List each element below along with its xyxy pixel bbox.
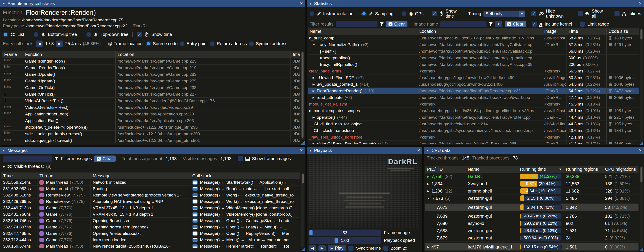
table-row[interactable]: __GI__clock_nanosleep /usr/src/debug/gli… (308, 127, 639, 134)
table-row[interactable]: ▶ uw_update_context_1 (+14) /usr/src/deb… (308, 81, 639, 88)
limit-range-checkbox[interactable] (580, 21, 585, 27)
table-row[interactable]: __GI_dl_find_dso_for_object /usr/src/deb… (308, 121, 639, 127)
table-row[interactable]: 382,574,807ns Game(7,776) Opening /fores… (1, 224, 300, 230)
function-cell[interactable]: std::__uniq_ptr_impl<>::reset() (23, 131, 116, 137)
return-address-label[interactable]: Return address (217, 41, 247, 46)
table-row[interactable]: ▶ 1,834 Xwayland 9.57 s (39.44%) 12,553 … (425, 180, 638, 188)
close-icon[interactable]: × (417, 148, 420, 153)
pid-cell[interactable]: 7,680 (425, 220, 466, 227)
top-down-tree-label[interactable]: Top-down tree (100, 32, 128, 37)
table-row[interactable]: inline std::unique_ptr<>::reset() /usr/i… (2, 137, 300, 144)
function-cell[interactable]: std::unique_ptr<>::reset() (23, 137, 116, 144)
callstack-icon[interactable] (192, 244, 198, 248)
expand-icon[interactable]: ▶ (427, 175, 429, 178)
col-cpu-migrations[interactable]: CPU migrations (603, 166, 638, 173)
callstack-cell[interactable]: Message() ← VideoMemory() [clone .constp… (190, 211, 300, 218)
limit-range-label[interactable]: Limit range (587, 22, 609, 27)
callstack-cell[interactable]: Message() ← Open() ← Load() ← Menu() ← _ (190, 224, 300, 230)
callstack-icon[interactable] (192, 231, 198, 236)
expand-icon[interactable]: ▶ (427, 246, 429, 249)
function-cell[interactable]: Game::RenderFloor() (23, 64, 116, 71)
entry-point-option-label[interactable]: Entry point (186, 41, 208, 46)
table-row[interactable]: [ - self - ] /home/wolf/darkrl/contrib/t… (308, 48, 639, 55)
table-row[interactable]: 382,481,766ns Game(7,776) VRAM 43x45: 15… (1, 211, 300, 218)
callstack-cell[interactable]: Message() ← RenderTarget() ← Render() ← … (190, 243, 300, 248)
clear-image-filter-button[interactable]: ×Clear (504, 21, 526, 27)
name-cell[interactable]: [ - self - ] (308, 48, 417, 54)
resize-grip[interactable] (640, 141, 643, 145)
col-time[interactable]: Time (1, 172, 38, 179)
callstack-icon[interactable] (192, 238, 198, 242)
sample-title-bar[interactable]: ▼ Sample entry call stacks × (0, 0, 305, 7)
expand-icon[interactable]: ▶ (312, 116, 315, 119)
function-cell[interactable]: Game::Update() (23, 78, 116, 84)
collapse-icon[interactable]: ▼ (426, 149, 429, 152)
table-row[interactable]: 7,679 wezterm-gui 500.94 µs (0.00%) 24 2… (425, 234, 638, 242)
hide-unknown-label[interactable]: Hide unknown (546, 8, 569, 19)
hide-unknown-checkbox[interactable] (531, 11, 536, 16)
col-message[interactable]: Message (91, 172, 190, 179)
table-row[interactable]: ▶ 1,206(12) gnome-shell 4.64 s (19.10%) … (425, 188, 638, 195)
vertical-scrollbar[interactable] (301, 51, 304, 140)
callstack-icon[interactable] (192, 193, 198, 198)
sync-timeline-checkbox[interactable] (348, 246, 354, 251)
expand-icon[interactable]: ▼ (427, 197, 430, 200)
vertical-scrollbar[interactable] (640, 166, 643, 250)
funnel-icon[interactable] (380, 22, 384, 26)
col-callstack[interactable]: Call stack (190, 172, 300, 179)
symbol-address-label[interactable]: Symbol address (256, 41, 288, 46)
table-row[interactable]: 7,673 wezterm-gui 2.04 s (8.41%) 1,342 5… (425, 204, 638, 211)
table-row[interactable]: ▼ 7,673(5) wezterm-gui 2.15 s (8.86%) 5,… (425, 195, 638, 202)
expand-icon[interactable]: ▶ (312, 96, 315, 99)
name-cell[interactable]: module_get_kallsym (308, 101, 417, 107)
callstack-cell[interactable]: Message() ← Work() ← execute_native_thre… (190, 198, 300, 205)
table-row[interactable]: tracy::rpmalloc() /home/wolf/darkrl/cont… (308, 55, 639, 61)
table-row[interactable]: inline Application::InnerLoop() /home/wo… (2, 111, 300, 118)
close-icon[interactable]: × (639, 148, 642, 153)
table-row[interactable]: inline std::default_delete<>::operator()… (2, 124, 300, 131)
table-row[interactable]: 381,559,214ns Main thread(7,750) Network… (1, 179, 300, 186)
table-row[interactable]: ▶ VideoGLBase::RenderContent() (+14) /ho… (308, 140, 639, 144)
image-dropdown-button[interactable]: ▼ (495, 21, 502, 27)
callstack-icon[interactable] (192, 218, 198, 223)
close-icon[interactable]: × (639, 1, 642, 6)
clear-filter-button[interactable]: ×Clear (386, 21, 408, 27)
table-row[interactable]: 2 Application::Run() /home/wolf/darkrl/s… (2, 118, 300, 124)
frame-image[interactable]: DarkRL (308, 155, 420, 228)
expand-icon[interactable]: ▶ (427, 190, 429, 193)
name-cell[interactable]: d_print_comp (308, 35, 417, 41)
table-row[interactable]: d_print_comp /usr/src/debug/gcc-build/x8… (308, 35, 639, 42)
callstack-icon[interactable] (192, 206, 198, 210)
close-icon[interactable]: × (300, 1, 303, 6)
show-frame-images-checkbox[interactable] (238, 156, 243, 162)
name-cell[interactable]: d_count_templates_scopes (308, 108, 417, 114)
function-cell[interactable]: Game::OnTick() (23, 84, 116, 91)
name-cell[interactable]: tracy::rpmalloc() (308, 55, 417, 61)
name-cell[interactable]: _raw_spin_unlock_irqrestore (308, 134, 417, 140)
resize-grip[interactable] (640, 248, 643, 251)
show-all-label[interactable]: Show all (592, 8, 605, 19)
vertical-scrollbar[interactable] (640, 28, 643, 144)
expand-icon[interactable]: ▶ (312, 142, 315, 144)
col-image[interactable]: Image (291, 51, 300, 58)
instrumentation-label[interactable]: Instrumentation (323, 11, 354, 16)
expand-icon[interactable]: ▼ (312, 43, 316, 46)
resize-grip[interactable] (301, 141, 304, 145)
location-value[interactable]: /home/wolf/darkrl/src/game/floor/FloorRe… (22, 18, 123, 22)
function-cell[interactable]: Game::Update() (23, 71, 116, 78)
name-cell[interactable]: ▶ operator() (+44) (308, 114, 417, 120)
table-row[interactable]: 7,689 wezterm-gui 49.46 ms (0.20%) 1,786… (425, 212, 638, 220)
funnel-icon[interactable] (489, 22, 493, 26)
name-cell[interactable]: clear_page_erms (308, 68, 417, 74)
show-time-checkbox[interactable] (432, 11, 437, 16)
messages-title-bar[interactable]: ▼ Messages × (0, 147, 305, 154)
table-row[interactable]: _raw_spin_unlock_irqrestore <kernel> <ke… (308, 134, 639, 140)
next-frame-button[interactable]: ▶ (318, 245, 326, 251)
table-row[interactable]: 389,169,674ns Main thread(7,750) New ren… (1, 243, 300, 248)
show-all-checkbox[interactable] (578, 11, 583, 16)
table-row[interactable]: ▶ 7,750(22) DarkRL 10.04 s (41.37%) 30,3… (425, 173, 638, 180)
callstack-cell[interactable]: Message() ← Menu() ← _M_run ← execute_na… (190, 237, 300, 243)
table-row[interactable]: 382,504,746ns Game(7,776) Opening /fores… (1, 218, 300, 224)
table-row[interactable]: ▶ _Unwind_Find_FDE (+7) /usr/src/debug/g… (308, 74, 639, 81)
prev-frame-button[interactable]: ◀ (308, 245, 316, 251)
